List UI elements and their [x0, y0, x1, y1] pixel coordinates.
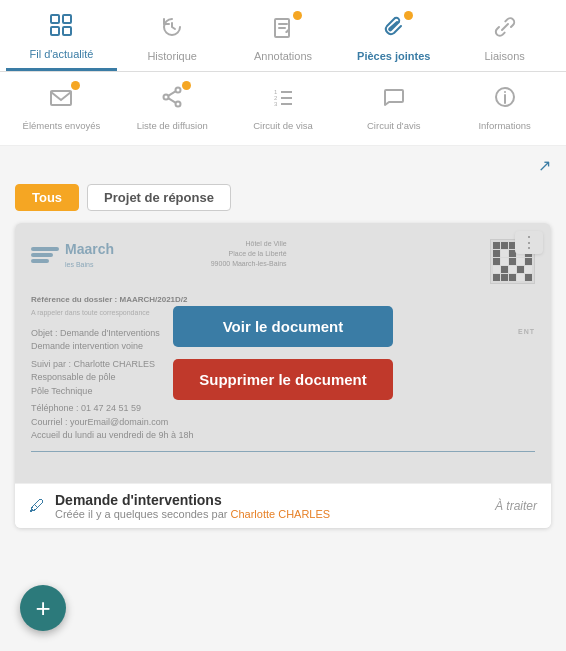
doc-card: ⋮ Maarch les Bains [15, 223, 551, 528]
tab-fil-actualite[interactable]: Fil d'actualité [6, 6, 117, 71]
tab-annotations[interactable]: Annotations [228, 6, 339, 71]
svg-rect-5 [51, 91, 71, 105]
content-area: ↗ Tous Projet de réponse ⋮ [0, 146, 566, 651]
svg-point-19 [504, 91, 506, 93]
footer-status: À traiter [495, 499, 537, 513]
footer-info: Demande d'interventions Créée il y a que… [55, 492, 495, 520]
fab-add-button[interactable]: + [20, 585, 66, 631]
tab-pieces-jointes[interactable]: Pièces jointes [338, 6, 449, 71]
list-numbers-icon: 1 2 3 [270, 84, 296, 116]
pieces-jointes-dot [404, 11, 413, 20]
tab-liste-diffusion[interactable]: Liste de diffusion [117, 78, 228, 139]
doc-card-body: Maarch les Bains Hôtel de Ville Place de… [15, 223, 551, 483]
svg-rect-1 [63, 15, 71, 23]
link-icon [492, 14, 518, 46]
tab-historique-label: Historique [147, 50, 197, 62]
history-icon [159, 14, 185, 46]
speech-bubble-icon [381, 84, 407, 116]
svg-rect-0 [51, 15, 59, 23]
tab-fil-actualite-label: Fil d'actualité [29, 48, 93, 60]
footer-title: Demande d'interventions [55, 492, 495, 508]
liste-diffusion-dot [182, 81, 191, 90]
tab-informations-label: Informations [478, 120, 530, 131]
svg-line-9 [168, 91, 176, 96]
tab-liaisons[interactable]: Liaisons [449, 6, 560, 71]
elements-envoyes-dot [71, 81, 80, 90]
filter-tous-button[interactable]: Tous [15, 184, 79, 211]
tab-elements-envoyes-label: Éléments envoyés [23, 120, 101, 131]
svg-rect-3 [63, 27, 71, 35]
info-icon [492, 84, 518, 116]
tab-circuit-avis[interactable]: Circuit d'avis [338, 78, 449, 139]
tab-informations[interactable]: Informations [449, 78, 560, 139]
share-icon [159, 84, 185, 116]
tab-circuit-visa[interactable]: 1 2 3 Circuit de visa [228, 78, 339, 139]
tab-pieces-jointes-label: Pièces jointes [357, 50, 430, 62]
doc-card-footer: 🖊 Demande d'interventions Créée il y a q… [15, 483, 551, 528]
tab-liste-diffusion-label: Liste de diffusion [137, 120, 208, 131]
filter-buttons: Tous Projet de réponse [15, 184, 551, 211]
view-document-button[interactable]: Voir le document [173, 306, 393, 347]
doc-footer-icon: 🖊 [29, 497, 45, 515]
paperclip-icon [381, 14, 407, 46]
edit-icon [270, 14, 296, 46]
footer-subtitle: Créée il y a quelques secondes par Charl… [55, 508, 495, 520]
nav-tabs-row1: Fil d'actualité Historique [0, 0, 566, 72]
svg-rect-2 [51, 27, 59, 35]
annotations-dot [293, 11, 302, 20]
svg-point-8 [164, 95, 169, 100]
grid-icon [48, 12, 74, 44]
delete-document-button[interactable]: Supprimer le document [173, 359, 393, 400]
nav-tabs-row2: Éléments envoyés Liste de diffusion 1 2 [0, 72, 566, 146]
tab-annotations-label: Annotations [254, 50, 312, 62]
tab-circuit-avis-label: Circuit d'avis [367, 120, 421, 131]
external-link-icon[interactable]: ↗ [538, 156, 551, 175]
svg-point-6 [176, 88, 181, 93]
main-container: Fil d'actualité Historique [0, 0, 566, 651]
filter-projet-reponse-button[interactable]: Projet de réponse [87, 184, 231, 211]
footer-subtitle-prefix: Créée il y a quelques secondes par [55, 508, 231, 520]
tab-elements-envoyes[interactable]: Éléments envoyés [6, 78, 117, 139]
svg-line-10 [168, 98, 176, 103]
svg-text:3: 3 [274, 101, 278, 107]
tab-liaisons-label: Liaisons [484, 50, 524, 62]
tab-historique[interactable]: Historique [117, 6, 228, 71]
doc-overlay: Voir le document Supprimer le document [15, 223, 551, 483]
tab-circuit-visa-label: Circuit de visa [253, 120, 313, 131]
svg-point-7 [176, 102, 181, 107]
footer-author-link[interactable]: Charlotte CHARLES [231, 508, 331, 520]
envelope-icon [48, 84, 74, 116]
